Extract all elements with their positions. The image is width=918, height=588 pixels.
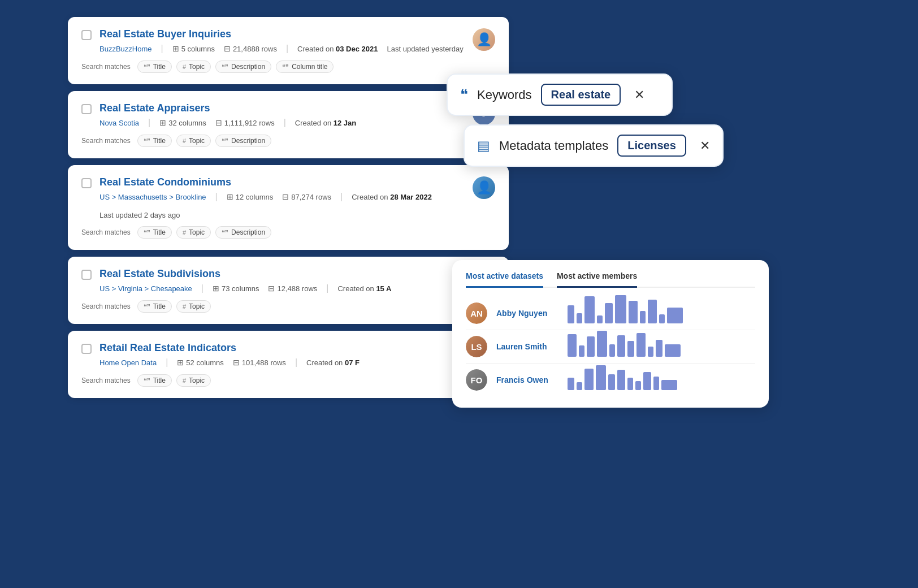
card-5-badge-title[interactable]: ❝❞ Title (137, 374, 172, 387)
columns-icon: ⊞ (172, 44, 179, 53)
dataset-card-1: Real Estate Buyer Inquiries BuzzBuzzHome… (68, 17, 509, 84)
card-3-title[interactable]: Real Estate Condominiums (99, 176, 231, 188)
card-1-badge-title[interactable]: ❝❞ Title (137, 60, 172, 73)
quote-icon-9: ❝❞ (144, 377, 150, 384)
card-1-badge-column-title[interactable]: ❝❞ Column title (276, 60, 334, 73)
card-4-badge-title[interactable]: ❝❞ Title (137, 300, 172, 313)
bar (643, 372, 651, 390)
rows-icon-2: ⊟ (215, 118, 222, 127)
rows-icon-5: ⊟ (233, 358, 240, 367)
keywords-close-button[interactable]: ✕ (634, 88, 644, 102)
card-5-checkbox[interactable] (81, 344, 92, 354)
card-1-columns: ⊞ 5 columns (172, 44, 215, 53)
francis-bar-chart (568, 370, 755, 390)
card-2-columns: ⊞ 32 columns (159, 118, 206, 127)
tab-most-active-members[interactable]: Most active members (557, 271, 637, 288)
bar (627, 378, 633, 390)
metadata-value: Licenses (617, 135, 686, 157)
dataset-card-4: Real Estate Subdivisions US > Virginia >… (68, 257, 509, 324)
card-1-created: Created on 03 Dec 2021 (297, 45, 378, 53)
bar (629, 301, 638, 323)
bar (577, 313, 582, 323)
metadata-close-button[interactable]: ✕ (700, 139, 710, 153)
bar (608, 374, 615, 390)
card-1-checkbox[interactable] (81, 30, 92, 40)
bar (659, 314, 665, 323)
member-row-lauren: LS Lauren Smith (466, 330, 755, 364)
bar (640, 311, 646, 323)
card-3-badge-description[interactable]: ❝❞ Description (215, 226, 271, 239)
bar (587, 336, 595, 357)
columns-icon-4: ⊞ (213, 284, 219, 293)
columns-icon-2: ⊞ (159, 118, 166, 127)
keywords-icon: ❝ (460, 86, 468, 103)
card-3-badge-topic[interactable]: # Topic (176, 226, 211, 239)
tab-most-active-datasets[interactable]: Most active datasets (466, 271, 543, 288)
rows-icon: ⊟ (224, 44, 231, 53)
card-4-badge-topic[interactable]: # Topic (176, 300, 211, 313)
card-4-checkbox[interactable] (81, 270, 92, 280)
metadata-label: Metadata templates (499, 139, 608, 153)
quote-icon-2: ❝❞ (222, 63, 228, 71)
francis-name[interactable]: Francis Owen (496, 375, 558, 384)
bar (568, 334, 577, 357)
metadata-tooltip: ▤ Metadata templates Licenses ✕ (464, 124, 724, 167)
quote-icon-3: ❝❞ (282, 63, 289, 71)
card-3-badge-title[interactable]: ❝❞ Title (137, 226, 172, 239)
abby-name[interactable]: Abby Nguyen (496, 309, 558, 318)
bar (636, 333, 646, 357)
card-5-source[interactable]: Home Open Data (99, 358, 157, 367)
bar (648, 300, 657, 323)
card-2-badge-description[interactable]: ❝❞ Description (215, 135, 271, 147)
bar (615, 295, 626, 323)
bar (609, 344, 615, 357)
card-5-badge-topic[interactable]: # Topic (176, 374, 211, 387)
member-row-francis: FO Francis Owen (466, 364, 755, 396)
quote-icon-7: ❝❞ (222, 229, 228, 236)
bar (568, 378, 574, 390)
card-4-rows: ⊟ 12,488 rows (268, 284, 317, 293)
bar (596, 365, 606, 390)
bar (617, 370, 625, 390)
card-1-badge-topic[interactable]: # Topic (176, 60, 211, 73)
keywords-value: Real estate (541, 84, 621, 106)
dataset-card-5: Retail Real Estate Indicators Home Open … (68, 331, 509, 398)
bar (568, 305, 574, 323)
card-5-title[interactable]: Retail Real Estate Indicators (99, 342, 236, 353)
dataset-card-3: Real Estate Condominiums US > Massachuse… (68, 165, 509, 250)
card-1-source[interactable]: BuzzBuzzHome (99, 45, 151, 53)
hash-icon-3: # (183, 229, 186, 236)
bar (584, 296, 595, 323)
card-1-title[interactable]: Real Estate Buyer Inquiries (99, 28, 231, 40)
card-2-created: Created on 12 Jan (295, 119, 356, 127)
bar (579, 345, 584, 357)
hash-icon-2: # (183, 137, 186, 144)
card-4-matches-label: Search matches (81, 302, 131, 310)
bar (597, 315, 603, 323)
card-2-badge-topic[interactable]: # Topic (176, 135, 211, 147)
member-row-abby: AN Abby Nguyen (466, 297, 755, 330)
dataset-card-2: Real Estate Appraisers Nova Scotia | ⊞ 3… (68, 91, 509, 158)
card-3-source[interactable]: US > Massachusetts > Brookline (99, 193, 206, 201)
bar (627, 341, 634, 357)
card-1-updated: Last updated yesterday (387, 45, 464, 53)
card-1-badge-description[interactable]: ❝❞ Description (215, 60, 271, 73)
card-3-created: Created on 28 Mar 2022 (352, 193, 432, 201)
abby-bar-chart (568, 303, 755, 323)
card-4-created: Created on 15 A (337, 284, 391, 293)
card-4-title[interactable]: Real Estate Subdivisions (99, 268, 220, 279)
card-1-rows: ⊟ 21,4888 rows (224, 44, 277, 53)
card-4-source[interactable]: US > Virginia > Chesapeake (99, 284, 192, 293)
lauren-name[interactable]: Lauren Smith (496, 342, 558, 351)
card-2-checkbox[interactable] (81, 104, 92, 114)
card-3-rows: ⊟ 87,274 rows (282, 192, 331, 201)
card-2-source[interactable]: Nova Scotia (99, 119, 139, 127)
card-2-badge-title[interactable]: ❝❞ Title (137, 135, 172, 147)
card-2-matches-label: Search matches (81, 137, 131, 145)
bar (665, 344, 681, 357)
card-3-checkbox[interactable] (81, 178, 92, 188)
bar (667, 308, 683, 323)
card-1-avatar: 👤 (473, 28, 495, 51)
card-2-title[interactable]: Real Estate Appraisers (99, 102, 210, 114)
quote-icon-5: ❝❞ (222, 137, 228, 145)
